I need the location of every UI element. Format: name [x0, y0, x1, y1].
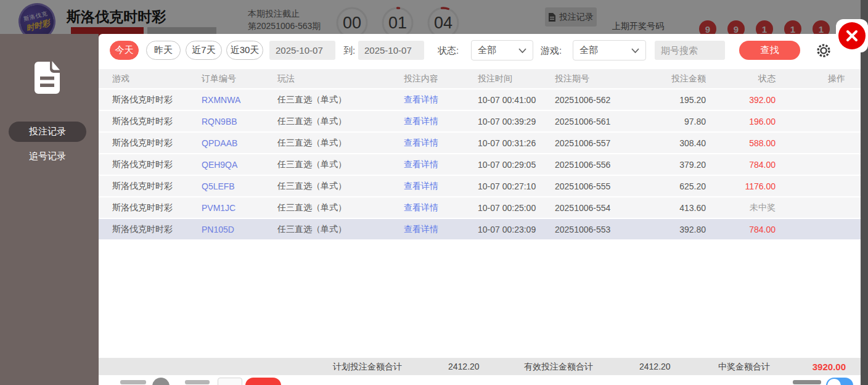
valid-total-value: 2412.20 — [639, 362, 671, 371]
range-30days-label: 近30天 — [231, 44, 260, 56]
cell-time: 10-07 00:31:26 — [478, 138, 555, 148]
cell-time: 10-07 00:27:10 — [478, 181, 555, 191]
toggle-text-fragment — [793, 380, 821, 384]
cell-amount: 379.20 — [644, 160, 706, 170]
cell-play: 任三直选（单式） — [277, 138, 404, 149]
range-today-label: 今天 — [115, 44, 134, 56]
gear-icon[interactable] — [815, 42, 832, 59]
date-from-input[interactable] — [269, 41, 335, 60]
cell-play: 任三直选（单式） — [277, 159, 404, 170]
pagination-text-fragment — [185, 380, 210, 384]
cell-period: 20251006-556 — [555, 160, 644, 170]
table-row[interactable]: 斯洛伐克时时彩 RXMNWA 任三直选（单式） 查看详情 10-07 00:41… — [99, 89, 861, 110]
cell-period: 20251006-555 — [555, 181, 644, 191]
date-to-input[interactable] — [358, 41, 424, 60]
sidebar-item-chase-records[interactable]: 追号记录 — [9, 149, 86, 164]
cell-order: RQN9BB — [202, 117, 277, 126]
view-detail-link[interactable]: 查看详情 — [404, 138, 438, 147]
chevron-down-icon — [631, 48, 639, 53]
pagination-page-input[interactable] — [218, 378, 242, 385]
cell-status: 未中奖 — [706, 202, 776, 213]
table-header-row: 游戏 订单编号 玩法 投注内容 投注时间 投注期号 投注金额 状态 操作 — [99, 69, 861, 88]
period-search-input[interactable] — [655, 41, 725, 60]
col-content: 投注内容 — [404, 73, 478, 85]
pagination-go-button[interactable] — [245, 378, 281, 385]
cell-order: QEH9QA — [202, 160, 277, 170]
cell-play: 任三直选（单式） — [277, 202, 404, 213]
cell-time: 10-07 00:39:29 — [478, 117, 555, 126]
cell-order: RXMNWA — [202, 95, 277, 105]
cell-game: 斯洛伐克时时彩 — [112, 181, 202, 192]
cell-amount: 392.80 — [644, 225, 706, 234]
sidebar-item-bet-records[interactable]: 投注记录 — [9, 122, 86, 142]
cell-status: 784.00 — [706, 225, 776, 234]
col-game: 游戏 — [112, 73, 202, 85]
cell-period: 20251006-554 — [555, 203, 644, 213]
cell-order: PVM1JC — [202, 203, 277, 213]
cell-status: 784.00 — [706, 160, 776, 170]
view-detail-link[interactable]: 查看详情 — [404, 224, 438, 234]
view-detail-link[interactable]: 查看详情 — [404, 116, 438, 126]
range-today-button[interactable]: 今天 — [110, 41, 139, 60]
status-select[interactable]: 全部 — [471, 40, 533, 60]
cell-order: Q5LEFB — [202, 181, 277, 191]
cell-status: 1176.00 — [706, 181, 776, 191]
cell-game: 斯洛伐克时时彩 — [112, 138, 202, 149]
cell-amount: 625.20 — [644, 181, 706, 191]
search-button[interactable]: 查找 — [739, 41, 800, 60]
cell-time: 10-07 00:23:09 — [478, 225, 555, 234]
col-period: 投注期号 — [555, 73, 644, 85]
sidebar-item-label: 投注记录 — [29, 126, 66, 138]
game-select[interactable]: 全部 — [573, 40, 646, 60]
view-detail-link[interactable]: 查看详情 — [404, 94, 438, 104]
cell-play: 任三直选（单式） — [277, 94, 404, 106]
range-30days-button[interactable]: 近30天 — [226, 41, 263, 60]
win-total-value: 3920.00 — [813, 362, 846, 372]
table-row-highlighted[interactable]: 斯洛伐克时时彩 PN105D 任三直选（单式） 查看详情 10-07 00:23… — [99, 219, 861, 239]
bet-records-modal: 今天 昨天 近7天 近30天 到: 状态: 全部 游戏: 全部 查找 — [99, 34, 861, 385]
cell-amount: 195.20 — [644, 95, 706, 105]
pagination-text-fragment — [120, 380, 146, 384]
cell-game: 斯洛伐克时时彩 — [112, 94, 202, 106]
col-amount: 投注金额 — [644, 73, 706, 85]
cell-game: 斯洛伐克时时彩 — [112, 202, 202, 213]
game-select-value: 全部 — [579, 44, 598, 56]
table-row[interactable]: 斯洛伐克时时彩 PVM1JC 任三直选（单式） 查看详情 10-07 00:25… — [99, 197, 861, 218]
table-row[interactable]: 斯洛伐克时时彩 QPDAAB 任三直选（单式） 查看详情 10-07 00:31… — [99, 133, 861, 153]
toggle-knob — [827, 379, 841, 385]
cell-play: 任三直选（单式） — [277, 116, 404, 127]
table-row[interactable]: 斯洛伐克时时彩 Q5LEFB 任三直选（单式） 查看详情 10-07 00:27… — [99, 176, 861, 196]
range-yesterday-label: 昨天 — [154, 44, 173, 56]
table-row[interactable]: 斯洛伐克时时彩 QEH9QA 任三直选（单式） 查看详情 10-07 00:29… — [99, 154, 861, 175]
win-total-label: 中奖金额合计 — [718, 362, 770, 373]
col-order: 订单编号 — [202, 73, 277, 85]
cell-period: 20251006-557 — [555, 138, 644, 148]
col-status: 状态 — [706, 73, 776, 85]
cell-time: 10-07 00:41:00 — [478, 95, 555, 105]
close-icon — [846, 30, 858, 42]
col-operation: 操作 — [776, 73, 845, 85]
view-detail-link[interactable]: 查看详情 — [404, 159, 438, 169]
close-button[interactable] — [838, 22, 866, 49]
cell-status: 588.00 — [706, 138, 776, 148]
table-row[interactable]: 斯洛伐克时时彩 RQN9BB 任三直选（单式） 查看详情 10-07 00:39… — [99, 111, 861, 131]
status-select-value: 全部 — [478, 44, 496, 56]
pagination-page-badge[interactable] — [152, 378, 170, 385]
game-filter-label: 游戏: — [541, 45, 562, 57]
cell-amount: 308.40 — [644, 138, 706, 148]
app-root: 斯洛伐克 时时彩 斯洛伐克时时彩 本期投注截止 第20251006-563期 0… — [0, 0, 868, 385]
cell-amount: 413.60 — [644, 203, 706, 213]
cell-play: 任三直选（单式） — [277, 181, 404, 192]
cell-order: QPDAAB — [202, 138, 277, 148]
close-button-backing — [836, 19, 868, 52]
planned-total-value: 2412.20 — [448, 362, 480, 371]
totals-bar: 计划投注金额合计 2412.20 有效投注金额合计 2412.20 中奖金额合计… — [99, 358, 861, 375]
cell-period: 20251006-561 — [555, 117, 644, 126]
cell-play: 任三直选（单式） — [277, 224, 404, 235]
range-yesterday-button[interactable]: 昨天 — [146, 41, 181, 60]
view-detail-link[interactable]: 查看详情 — [404, 181, 438, 191]
display-toggle[interactable] — [826, 378, 853, 385]
view-detail-link[interactable]: 查看详情 — [404, 202, 438, 212]
cell-status: 392.00 — [706, 95, 776, 105]
range-7days-button[interactable]: 近7天 — [186, 41, 222, 60]
